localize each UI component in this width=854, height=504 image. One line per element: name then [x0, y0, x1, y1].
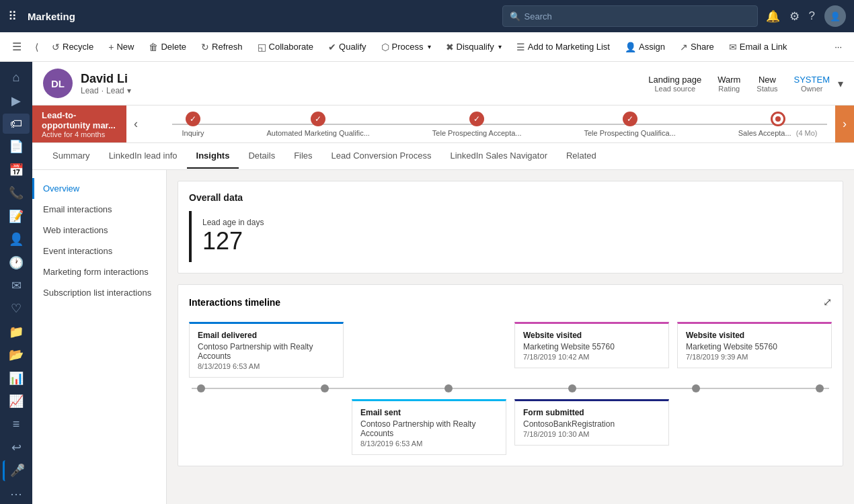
- meta-status: New Status: [756, 75, 777, 93]
- main-content: Overall data Lead age in days 127 Intera…: [167, 170, 854, 504]
- tab-linkedin[interactable]: LinkedIn lead info: [100, 144, 187, 169]
- sidebar-icon-notes[interactable]: 📝: [3, 206, 30, 226]
- tl-slot-above-1: [352, 322, 506, 378]
- timeline-dot-1: [197, 384, 205, 392]
- overall-data-title: Overall data: [189, 192, 832, 203]
- share-button[interactable]: ↗ Share: [673, 38, 721, 56]
- stat-value: 127: [202, 227, 272, 255]
- timeline-card-website-visited-1: Website visited Marketing Website 55760 …: [514, 322, 669, 368]
- expand-button[interactable]: ▾: [838, 77, 843, 90]
- sidebar-icon-doc[interactable]: 📄: [3, 136, 30, 157]
- timeline-above-row: Email delivered Contoso Partnership with…: [189, 322, 832, 378]
- tab-related[interactable]: Related: [557, 144, 606, 169]
- search-icon: 🔍: [510, 11, 520, 22]
- timeline-card-form-submitted: Form submitted ContosoBankRegistration 7…: [514, 399, 669, 446]
- user-avatar[interactable]: 👤: [824, 5, 846, 27]
- sidebar-icon-flow[interactable]: ↩: [3, 437, 30, 458]
- sidebar-icon-clock[interactable]: 🕐: [3, 252, 30, 272]
- process-step-inquiry[interactable]: ✓ Inquiry: [182, 112, 204, 137]
- add-marketing-icon: ☰: [516, 42, 525, 52]
- process-step-tpq[interactable]: ✓ Tele Prospecting Qualifica...: [584, 112, 675, 137]
- left-nav-web[interactable]: Web interactions: [32, 220, 166, 241]
- expand-timeline-icon[interactable]: ⤢: [823, 296, 832, 308]
- gear-icon[interactable]: ⚙: [789, 9, 800, 24]
- qualify-icon: ✔: [328, 42, 336, 52]
- sidebar-icon-home[interactable]: ⌂: [3, 67, 30, 87]
- sidebar-icon-phone[interactable]: 📞: [3, 183, 30, 203]
- stat-box-lead-age: Lead age in days 127: [189, 211, 283, 262]
- refresh-button[interactable]: ↻ Refresh: [194, 38, 249, 56]
- sidebar-icon-settings[interactable]: 🎤: [3, 460, 30, 480]
- sidebar-icon-play[interactable]: ▶: [3, 90, 30, 110]
- more-button[interactable]: ···: [828, 38, 849, 56]
- sidebar-icon-chart1[interactable]: 📊: [3, 368, 30, 388]
- delete-button[interactable]: 🗑 Delete: [142, 38, 193, 56]
- tl-slot-below-1: Email sent Contoso Partnership with Real…: [352, 399, 506, 455]
- sidebar-icon-bottom[interactable]: ⋯: [3, 484, 30, 504]
- record-title: David Li Lead · Lead ▾: [81, 72, 640, 95]
- process-step-amq[interactable]: ✓ Automated Marketing Qualific...: [266, 112, 369, 137]
- tab-insights[interactable]: Insights: [187, 144, 239, 169]
- sidebar-icon-person[interactable]: 👤: [3, 229, 30, 249]
- left-nav-overview[interactable]: Overview: [32, 178, 166, 199]
- sidebar-icon-heart[interactable]: ♡: [3, 298, 30, 319]
- meta-lead-source: Landing page Lead source: [648, 75, 701, 93]
- left-sidebar: ⌂ ▶ 🏷 📄 📅 📞 📝 👤 🕐 ✉ ♡ 📁 📂 📊 📈 ≡ ↩ 🎤 ⋯: [0, 62, 32, 504]
- help-icon[interactable]: ?: [809, 9, 815, 23]
- qualify-button[interactable]: ✔ Qualify: [321, 38, 373, 56]
- email-link-button[interactable]: ✉ Email a Link: [722, 38, 794, 56]
- grid-icon[interactable]: ⠿: [8, 9, 17, 24]
- tab-lead-conversion[interactable]: Lead Conversion Process: [322, 144, 441, 169]
- tab-files[interactable]: Files: [284, 144, 321, 169]
- new-button[interactable]: + New: [102, 38, 141, 56]
- tab-bar: Summary LinkedIn lead info Insights Deta…: [32, 143, 854, 170]
- process-button[interactable]: ⬡ Process: [375, 38, 438, 56]
- recycle-button[interactable]: ↺ Recycle: [45, 38, 100, 56]
- overall-data-card: Overall data Lead age in days 127: [178, 181, 843, 274]
- tab-details[interactable]: Details: [239, 144, 284, 169]
- process-step-sales[interactable]: Sales Accepta... (4 Mo): [738, 112, 818, 137]
- tab-linkedin-sales[interactable]: LinkedIn Sales Navigator: [440, 144, 557, 169]
- bell-icon[interactable]: 🔔: [766, 9, 780, 24]
- share-icon: ↗: [680, 42, 688, 52]
- left-nav-event[interactable]: Event interactions: [32, 241, 166, 261]
- assign-button[interactable]: 👤 Assign: [618, 38, 672, 56]
- main-layout: ⌂ ▶ 🏷 📄 📅 📞 📝 👤 🕐 ✉ ♡ 📁 📂 📊 📈 ≡ ↩ 🎤 ⋯ DL…: [0, 62, 854, 504]
- sidebar-icon-chart2[interactable]: 📈: [3, 391, 30, 411]
- process-next-button[interactable]: ›: [835, 106, 854, 142]
- sidebar-icon-mail[interactable]: ✉: [3, 276, 30, 296]
- timeline-dot-3: [444, 384, 453, 392]
- tl-slot-above-3: Website visited Marketing Website 55760 …: [677, 322, 832, 378]
- search-bar[interactable]: 🔍 Search: [502, 5, 758, 27]
- tl-slot-above-2: Website visited Marketing Website 55760 …: [514, 322, 669, 378]
- record-meta: Landing page Lead source Warm Rating New…: [648, 75, 830, 93]
- disqualify-button[interactable]: ✖ Disqualify: [439, 38, 508, 56]
- step-circle-tpa: ✓: [469, 112, 484, 126]
- assign-icon: 👤: [625, 42, 636, 52]
- sidebar-icon-tag[interactable]: 🏷: [3, 114, 30, 134]
- left-nav-marketing-form[interactable]: Marketing form interactions: [32, 261, 166, 282]
- process-prev-button[interactable]: ‹: [126, 106, 145, 143]
- add-marketing-button[interactable]: ☰ Add to Marketing List: [510, 38, 617, 56]
- step-circle-inquiry: ✓: [186, 112, 200, 126]
- meta-rating: Warm Rating: [717, 75, 740, 93]
- hamburger-button[interactable]: ☰: [5, 36, 28, 57]
- delete-icon: 🗑: [149, 42, 158, 52]
- left-nav-email[interactable]: Email interactions: [32, 199, 166, 220]
- chevron-down-icon[interactable]: ▾: [127, 86, 131, 95]
- left-nav-panel: Overview Email interactions Web interact…: [32, 170, 167, 504]
- collaborate-button[interactable]: ◱ Collaborate: [251, 38, 321, 56]
- back-button[interactable]: ⟨: [30, 38, 44, 56]
- sidebar-icon-list[interactable]: ≡: [3, 414, 30, 434]
- refresh-icon: ↻: [201, 42, 209, 52]
- timeline-below-row: Email sent Contoso Partnership with Real…: [189, 399, 832, 455]
- left-nav-subscription[interactable]: Subscription list interactions: [32, 282, 166, 303]
- top-nav: ⠿ Marketing 🔍 Search 🔔 ⚙ ? 👤: [0, 0, 854, 32]
- tab-summary[interactable]: Summary: [43, 144, 100, 169]
- sidebar-icon-folder1[interactable]: 📁: [3, 322, 30, 342]
- sidebar-icon-calendar[interactable]: 📅: [3, 160, 30, 180]
- sidebar-icon-folder2[interactable]: 📂: [3, 345, 30, 365]
- interactions-timeline-card: Interactions timeline ⤢ Email delivered …: [178, 284, 843, 466]
- process-step-tpa[interactable]: ✓ Tele Prospecting Accepta...: [432, 112, 522, 137]
- top-nav-icons: 🔔 ⚙ ? 👤: [766, 5, 846, 27]
